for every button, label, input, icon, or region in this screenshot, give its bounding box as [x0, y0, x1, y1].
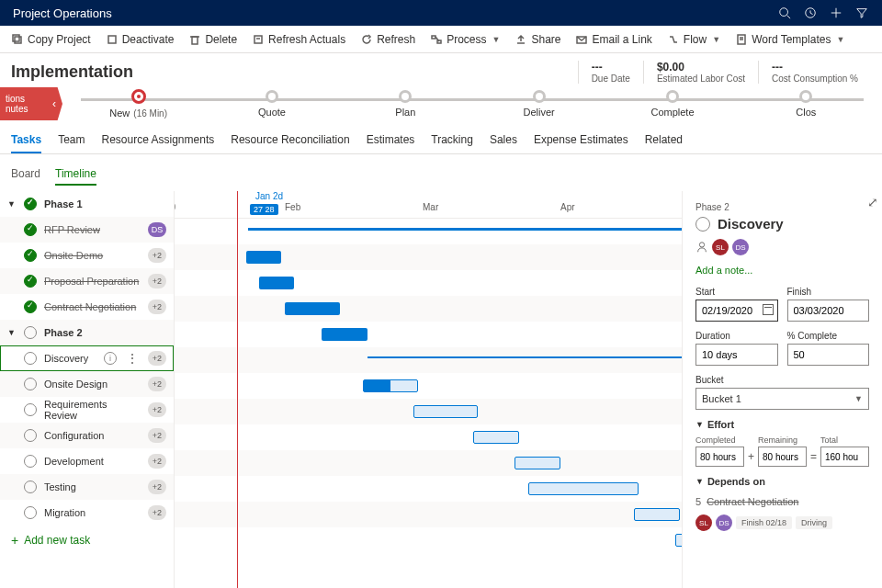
gantt-bar[interactable] [675, 534, 682, 547]
task-status-icon[interactable] [24, 403, 37, 416]
task-status-icon[interactable] [24, 275, 37, 288]
task-row[interactable]: Testing+2 [0, 474, 174, 500]
effort-total-input[interactable] [820, 447, 869, 467]
task-status-icon[interactable] [24, 326, 37, 339]
tab-estimates[interactable]: Estimates [367, 128, 415, 153]
refresh-button[interactable]: Refresh [355, 29, 421, 50]
tab-expense-estimates[interactable]: Expense Estimates [534, 128, 628, 153]
tab-resource-assignments[interactable]: Resource Assignments [101, 128, 214, 153]
stage-new[interactable]: New(16 Min) [72, 89, 205, 119]
subtab-board[interactable]: Board [11, 164, 40, 186]
phase-row[interactable]: ▼Phase 2 [0, 320, 174, 345]
email-link-button[interactable]: Email a Link [570, 29, 657, 50]
process-button[interactable]: Process▼ [424, 29, 505, 50]
expand-icon[interactable]: ▼ [7, 328, 17, 337]
add-icon[interactable] [823, 0, 849, 26]
task-status-icon[interactable] [24, 506, 37, 519]
depends-section-header[interactable]: ▼Depends on [695, 476, 869, 487]
task-status-icon[interactable] [24, 249, 37, 262]
filter-icon[interactable] [849, 0, 875, 26]
task-row[interactable]: Development+2 [0, 448, 174, 474]
subtab-timeline[interactable]: Timeline [55, 164, 96, 186]
task-status-icon[interactable] [24, 378, 37, 390]
tab-tasks[interactable]: Tasks [11, 128, 41, 153]
stage-quote[interactable]: Quote [205, 90, 338, 118]
avatar[interactable]: SL [712, 239, 729, 255]
gantt-bar[interactable] [528, 482, 639, 495]
complete-toggle-icon[interactable] [695, 217, 710, 232]
tab-sales[interactable]: Sales [490, 128, 517, 153]
stage-plan[interactable]: Plan [339, 90, 472, 118]
finish-input[interactable] [787, 300, 870, 322]
share-button[interactable]: Share [509, 29, 566, 50]
stage-clos[interactable]: Clos [740, 90, 873, 118]
tab-tracking[interactable]: Tracking [431, 128, 473, 153]
gantt-bar[interactable] [363, 379, 418, 392]
expand-icon[interactable]: ▼ [7, 199, 17, 209]
task-status-icon[interactable] [24, 223, 37, 236]
task-row[interactable]: Migration+2 [0, 500, 174, 526]
more-icon[interactable]: ⋮ [124, 351, 141, 366]
phase-summary-bar[interactable] [368, 356, 682, 358]
tab-resource-reconciliation[interactable]: Resource Reconciliation [231, 128, 349, 153]
gantt-bar[interactable] [413, 405, 478, 418]
add-note-link[interactable]: Add a note... [695, 265, 869, 276]
dependency-type-badge: Driving [796, 516, 832, 529]
view-tabs: BoardTimeline [0, 154, 882, 191]
task-name: Migration [44, 507, 141, 518]
phase-summary-bar[interactable] [248, 228, 682, 231]
stage-deliver[interactable]: Deliver [472, 90, 605, 118]
add-task-button[interactable]: + Add new task [0, 526, 174, 555]
percent-complete-input[interactable] [787, 344, 870, 366]
effort-completed-input[interactable] [695, 447, 744, 467]
task-row[interactable]: RFP ReviewDS [0, 217, 174, 243]
gantt-bar[interactable] [634, 508, 680, 521]
task-row[interactable]: Onsite Demo+2 [0, 243, 174, 268]
task-row[interactable]: Requirements Review+2 [0, 397, 174, 423]
today-label: Jan 2d [255, 191, 283, 201]
active-stage-chip[interactable]: tions nutes [0, 87, 46, 120]
flow-button[interactable]: Flow▼ [662, 29, 726, 50]
task-row[interactable]: Proposal Preparation+2 [0, 268, 174, 294]
copy-project-button[interactable]: Copy Project [6, 29, 96, 50]
gantt-chart[interactable]: Dec Jan 2020 Feb Mar Apr Jan 2d 27 28 [175, 191, 682, 588]
tab-related[interactable]: Related [645, 128, 683, 153]
gantt-bar[interactable] [322, 328, 368, 341]
refresh-actuals-button[interactable]: Refresh Actuals [246, 29, 351, 50]
delete-button[interactable]: Delete [183, 29, 243, 50]
gantt-bar[interactable] [259, 277, 294, 289]
calendar-icon[interactable] [763, 304, 774, 315]
bucket-select[interactable]: Bucket 1 ▼ [695, 388, 869, 410]
gantt-bar[interactable] [285, 302, 340, 315]
task-row[interactable]: Contract Negotiation+2 [0, 294, 174, 320]
svg-line-4 [810, 13, 813, 15]
phase-row[interactable]: ▼Phase 1 [0, 191, 174, 217]
word-templates-button[interactable]: Word Templates▼ [729, 29, 850, 50]
assistant-icon[interactable] [797, 0, 823, 26]
task-status-icon[interactable] [24, 429, 37, 442]
tab-team[interactable]: Team [58, 128, 85, 153]
search-icon[interactable] [772, 0, 797, 26]
expand-panel-icon[interactable]: ⤢ [867, 195, 878, 209]
task-status-icon[interactable] [24, 300, 37, 313]
task-status-icon[interactable] [24, 198, 37, 210]
task-status-icon[interactable] [24, 455, 37, 468]
effort-section-header[interactable]: ▼Effort [695, 419, 869, 430]
gantt-bar[interactable] [514, 457, 560, 469]
avatar[interactable]: DS [732, 239, 749, 255]
task-row[interactable]: Configuration+2 [0, 423, 174, 448]
task-status-icon[interactable] [24, 352, 37, 365]
stage-complete[interactable]: Complete [605, 90, 739, 118]
effort-remaining-input[interactable] [758, 447, 807, 467]
task-row[interactable]: Onsite Design+2 [0, 371, 174, 397]
deactivate-button[interactable]: Deactivate [100, 29, 180, 50]
dependency-item[interactable]: 5 Contract Negotiation [695, 492, 869, 511]
gantt-bar[interactable] [473, 431, 519, 444]
info-icon[interactable]: i [104, 352, 117, 365]
gantt-bar[interactable] [246, 251, 281, 264]
duration-input[interactable] [695, 344, 778, 366]
task-status-icon[interactable] [24, 481, 37, 493]
stage-collapse-icon[interactable]: ‹ [46, 87, 62, 120]
person-icon[interactable] [695, 241, 708, 254]
task-row[interactable]: Discoveryi⋮+2 [0, 345, 174, 371]
